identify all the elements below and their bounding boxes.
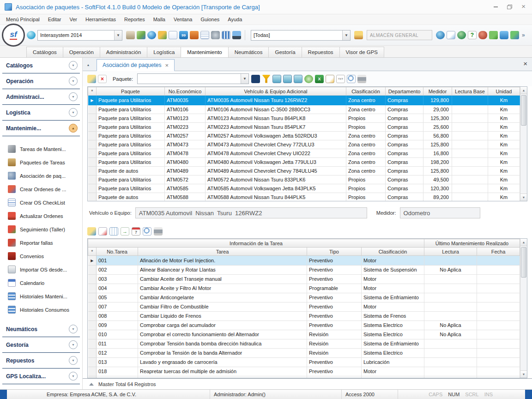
filter-icon[interactable]	[262, 75, 271, 83]
menu-item[interactable]: Malla	[149, 14, 169, 24]
users-icon[interactable]	[158, 31, 167, 39]
column-header[interactable]: Clasificación	[362, 248, 424, 256]
sidebar-section[interactable]: Gestoría	[2, 337, 80, 353]
library-icon[interactable]	[222, 31, 230, 39]
module-tab[interactable]: Repuestos	[302, 47, 340, 57]
sidebar-section[interactable]: Catálogos	[2, 58, 80, 73]
export-note-icon[interactable]	[326, 75, 334, 83]
collapse-tab-area-button[interactable]	[85, 61, 92, 68]
grid-icon[interactable]	[109, 227, 118, 236]
column-header[interactable]: Unidad	[488, 87, 520, 96]
menu-item[interactable]: Ayuda	[224, 14, 246, 24]
module-tab[interactable]: Neumáticos	[228, 47, 269, 57]
vehicle-field[interactable]: ATM0035 Automovil Nissan Tsuru 126RWZ2	[135, 207, 367, 218]
scroll-thumb[interactable]	[521, 95, 526, 126]
scroll-thumb[interactable]	[521, 247, 526, 278]
master-grid-scrollbar[interactable]	[520, 87, 527, 201]
screens-icon[interactable]	[510, 31, 519, 39]
edit-icon[interactable]	[98, 227, 107, 236]
tree-expand-icon[interactable]	[283, 75, 292, 83]
module-tab[interactable]: Visor de GPS	[339, 47, 384, 57]
scroll-down-icon[interactable]	[520, 370, 527, 378]
section-toggle-icon[interactable]	[69, 124, 78, 133]
sidebar-item[interactable]: Crear OS CheckList	[0, 196, 82, 209]
table-row[interactable]: Paquete para Utilitarios ATM0123 ATM0123…	[88, 114, 520, 123]
sidebar-section[interactable]: GPS Localiza...	[2, 369, 80, 384]
calendar-icon[interactable]: 7	[132, 227, 140, 236]
warehouse-field[interactable]: ALMACÉN GENERAL	[367, 30, 432, 40]
globe-icon[interactable]	[147, 31, 156, 39]
table-row[interactable]: Paquete para Utilitarios ATM0035 ATM0035…	[88, 96, 520, 105]
section-toggle-icon[interactable]	[69, 325, 78, 333]
scroll-up-icon[interactable]	[520, 87, 527, 94]
menu-item[interactable]: Menú Principal	[2, 14, 44, 24]
table-row[interactable]: 013 Lavado y engrasado de carrocería Pre…	[88, 358, 520, 367]
sidebar-item[interactable]: Actualizar Ordenes	[0, 209, 82, 223]
contacts-icon[interactable]	[190, 31, 199, 39]
menu-item[interactable]: Reportes	[120, 14, 149, 24]
column-header[interactable]: Vehículo & Equipo Adicional	[206, 87, 346, 96]
chevron-down-icon[interactable]	[114, 30, 122, 40]
table-row[interactable]: 008 Cambiar Liquido de Frenos Preventivo…	[88, 312, 520, 321]
column-header[interactable]: Clasificación	[346, 87, 386, 96]
close-button[interactable]	[521, 4, 526, 10]
sidebar-item[interactable]: Historiales Manteni...	[0, 290, 82, 303]
note-icon[interactable]	[169, 31, 177, 39]
menu-item[interactable]: Herramientas	[81, 14, 120, 24]
menu-item[interactable]: Guiones	[196, 14, 224, 24]
table-row[interactable]: Paquete para Utilitarios ATM0473 ATM0473…	[88, 140, 520, 149]
table-row[interactable]: Paquete para Utilitarios ATM0223 ATM0223…	[88, 123, 520, 132]
column-header[interactable]: Fecha	[477, 248, 520, 256]
tree-collapse-icon[interactable]	[294, 75, 302, 83]
menu-item[interactable]: Ventana	[169, 14, 196, 24]
messages-icon[interactable]: 99	[179, 31, 188, 39]
sidebar-item[interactable]: Reportar fallas	[0, 236, 82, 249]
desktop-icon[interactable]	[232, 31, 241, 39]
table-row[interactable]: Paquete para Utilitarios ATM0106 ATM0106…	[88, 105, 520, 114]
menu-item[interactable]: Ver	[66, 14, 82, 24]
sidebar-item[interactable]: Tareas de Manteni...	[0, 142, 82, 156]
restore-button[interactable]	[507, 5, 512, 9]
column-header[interactable]: Lectura Base	[452, 87, 488, 96]
column-header[interactable]: Paquete	[97, 87, 165, 96]
table-row[interactable]: Paquete para Utilitarios ATM0480 ATM0480…	[88, 158, 520, 167]
company-select[interactable]: Interasystem 2014	[37, 30, 122, 41]
section-toggle-icon[interactable]	[69, 92, 78, 101]
sidebar-item[interactable]: Paquetes de Tareas	[0, 156, 82, 169]
refresh-y-icon[interactable]	[87, 227, 96, 236]
sidebar-item[interactable]: Importar OS desde...	[0, 263, 82, 276]
column-header[interactable]: No.Económico	[165, 87, 206, 96]
module-tab[interactable]: Operación	[63, 47, 100, 57]
export-arrow-icon[interactable]: →	[121, 227, 129, 236]
table-row[interactable]: 003 Cambiar Aceite del Transeje manual P…	[88, 275, 520, 284]
sidebar-item[interactable]: Seguimiento (Taller)	[0, 223, 82, 236]
table-row[interactable]: 004 Cambiar Aceite y Filtro Al Motor Pro…	[88, 284, 520, 293]
search-page-icon[interactable]	[447, 31, 455, 39]
section-toggle-icon[interactable]	[69, 61, 78, 70]
sidebar-item[interactable]: Convenios	[0, 249, 82, 263]
clock-icon[interactable]	[27, 31, 36, 39]
section-toggle-icon[interactable]	[69, 372, 78, 381]
table-row[interactable]: 002 Alinear Balancear y Rotar Llantas Pr…	[88, 266, 520, 275]
home-icon[interactable]	[354, 31, 363, 39]
excel-icon[interactable]: X	[315, 75, 324, 83]
meter-field[interactable]: Odometro	[400, 207, 480, 218]
section-toggle-icon[interactable]	[69, 77, 78, 85]
sidebar-item[interactable]: Crear Ordenes de ...	[0, 182, 82, 196]
table-row[interactable]: 018 Reapretar tuercas del multiple de ad…	[88, 367, 520, 376]
txt-icon[interactable]: TXT	[336, 75, 345, 83]
tree-group-icon[interactable]	[272, 75, 281, 83]
list-icon[interactable]	[200, 31, 209, 39]
sidebar-item[interactable]: Historiales Consumos	[0, 303, 82, 316]
sidebar-section[interactable]: Logistica	[2, 105, 80, 121]
help-icon[interactable]: ?	[468, 31, 477, 39]
world-help-icon[interactable]	[457, 31, 466, 39]
section-toggle-icon[interactable]	[69, 108, 78, 117]
table-row[interactable]: 009 Comprobar carga del acumulador Preve…	[88, 321, 520, 330]
sidebar-section[interactable]: Neumáticos	[2, 321, 80, 337]
tab-close-icon[interactable]	[165, 62, 169, 69]
module-tab[interactable]: Administración	[100, 47, 147, 57]
module-tab[interactable]: Mantenimiento	[181, 47, 228, 57]
print-icon[interactable]	[357, 75, 366, 83]
module-tab[interactable]: Catálogos	[26, 47, 63, 57]
